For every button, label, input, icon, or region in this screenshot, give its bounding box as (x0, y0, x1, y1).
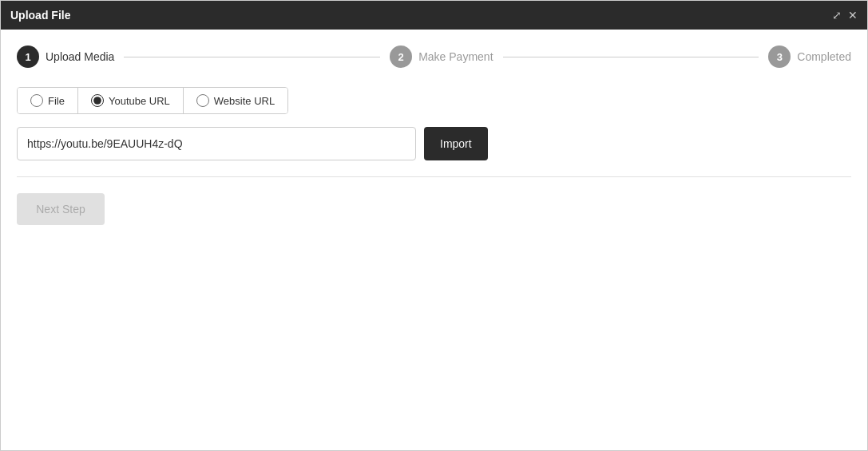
url-input-row: Import (17, 127, 851, 160)
media-type-radio-group: File Youtube URL Website URL (17, 87, 288, 114)
radio-file[interactable] (30, 94, 43, 107)
next-step-button[interactable]: Next Step (17, 193, 105, 225)
step-2-circle: 2 (390, 45, 412, 68)
step-3-label: Completed (797, 50, 851, 63)
url-input[interactable] (17, 127, 416, 160)
radio-file-label: File (48, 95, 65, 107)
radio-website-label: Website URL (214, 95, 275, 107)
step-line-2 (503, 57, 759, 57)
step-line-1 (124, 57, 380, 57)
step-3-circle: 3 (768, 45, 791, 68)
step-1-label: Upload Media (46, 50, 114, 63)
divider (17, 176, 851, 177)
step-1: 1 Upload Media (17, 45, 114, 68)
window-controls: ⤢ ✕ (832, 9, 858, 22)
resize-icon[interactable]: ⤢ (832, 9, 842, 22)
stepper: 1 Upload Media 2 Make Payment 3 Complete… (17, 45, 851, 68)
title-bar: Upload File ⤢ ✕ (1, 1, 867, 30)
radio-option-website[interactable]: Website URL (184, 88, 287, 113)
radio-website[interactable] (196, 94, 209, 107)
close-icon[interactable]: ✕ (848, 9, 858, 22)
step-2: 2 Make Payment (390, 45, 493, 68)
window-title: Upload File (10, 9, 70, 22)
radio-option-file[interactable]: File (18, 88, 78, 113)
import-button[interactable]: Import (424, 127, 488, 160)
radio-youtube[interactable] (91, 94, 104, 107)
radio-youtube-label: Youtube URL (109, 95, 170, 107)
step-3: 3 Completed (768, 45, 851, 68)
main-content: 1 Upload Media 2 Make Payment 3 Complete… (1, 30, 867, 450)
step-2-label: Make Payment (418, 50, 493, 63)
radio-option-youtube[interactable]: Youtube URL (78, 88, 184, 113)
upload-file-window: Upload File ⤢ ✕ 1 Upload Media 2 Make Pa… (0, 0, 868, 451)
step-1-circle: 1 (17, 45, 39, 68)
